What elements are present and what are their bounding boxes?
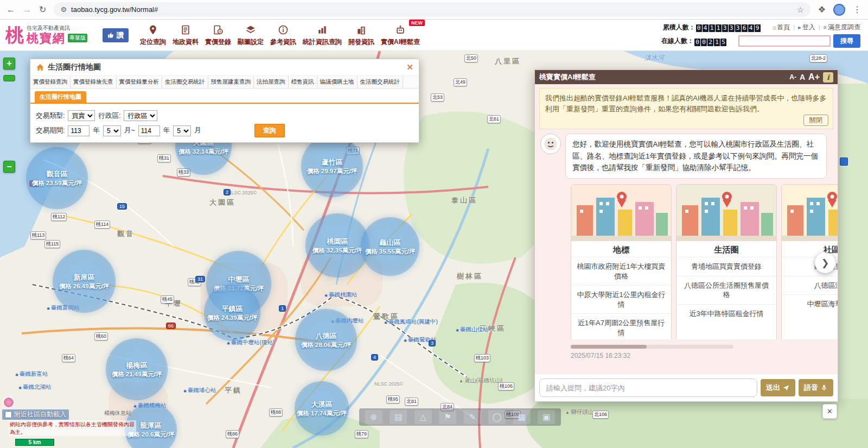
dialog-tab[interactable]: 實價登錄搶先查 <box>71 76 117 88</box>
price-circle[interactable]: 龜山區價格 35.55萬元/坪 <box>362 218 418 275</box>
circle-price-label: 價格 21.49萬元/坪 <box>112 370 162 378</box>
active-subtab-living-circle-map[interactable]: 生活圈行情地圖 <box>35 91 86 103</box>
layers-tool-icon[interactable]: ▤ <box>390 410 407 424</box>
price-circle[interactable]: 觀音區價格 23.59萬元/坪 <box>27 148 87 208</box>
autoload-checkbox[interactable] <box>5 411 12 418</box>
circle-price-label: 價格 26.49萬元/坪 <box>59 282 110 291</box>
browser-menu-icon[interactable]: ⋮ <box>853 5 861 14</box>
carousel-scrollbar[interactable] <box>571 345 733 349</box>
road-badge: 桃86 <box>226 430 239 438</box>
site-settings-icon[interactable]: ⚙ <box>60 5 67 14</box>
dialog-close-icon[interactable]: ✕ <box>406 62 413 72</box>
dialog-tab[interactable]: 生活圈交易統計 <box>162 76 208 88</box>
autoload-label: 附近社區自動載入 <box>14 410 66 419</box>
price-circle[interactable]: 楊梅區價格 21.49萬元/坪 <box>107 339 167 399</box>
extensions-icon[interactable]: ❖ <box>818 5 826 14</box>
dialog-tab[interactable]: 實價登錄量分析 <box>117 76 163 88</box>
dialog-tab[interactable]: 法拍屋查詢 <box>254 76 289 88</box>
month-from-select[interactable]: 5 <box>103 125 121 136</box>
price-circle[interactable]: 平鎮區價格 24.39萬元/坪 <box>205 286 259 340</box>
circle-select-tool-icon[interactable]: ◯ <box>488 410 506 424</box>
autoload-nearby-option[interactable]: 附近社區自動載入 <box>2 409 69 420</box>
buildings-tool-icon[interactable]: ▦ <box>513 410 531 424</box>
carousel-next-button[interactable]: ❯ <box>815 253 835 273</box>
circle-district-label: 楊梅區 <box>126 361 148 370</box>
dialog-tab[interactable]: 標售資訊 <box>289 76 317 88</box>
nav-item-land-data[interactable]: 地政資料 <box>170 23 201 47</box>
suggestion-item[interactable]: 中壢區海華國際 <box>782 294 838 313</box>
zoom-slider-handle[interactable] <box>3 75 15 81</box>
reload-icon[interactable]: ↻ <box>39 5 46 14</box>
site-logo[interactable]: 桃 住宅及不動產資訊 桃寶網 專業版 <box>5 23 87 48</box>
font-larger-button[interactable]: A+ <box>808 72 820 82</box>
nav-item-price-register[interactable]: $實價登錄 <box>202 23 234 47</box>
nav-item-statistics[interactable]: 統計資訊查詢 <box>300 23 344 47</box>
month-to-select[interactable]: 5 <box>173 125 191 136</box>
price-circle[interactable]: 新屋區價格 26.49萬元/坪 <box>54 251 114 312</box>
back-icon[interactable]: ← <box>7 5 15 14</box>
price-circle[interactable]: 桃園區價格 32.35萬元/坪 <box>307 214 368 276</box>
dialog-tab[interactable]: 預售屋建案查詢 <box>208 76 254 88</box>
nav-item-reference[interactable]: 參考資訊 <box>267 23 299 47</box>
year-to-input[interactable] <box>138 125 160 136</box>
feedback-widget-icon[interactable] <box>3 396 15 408</box>
map-label: NLSC 2025© <box>374 381 403 387</box>
dialog-tab[interactable]: 實價登錄查詢 <box>30 76 71 88</box>
facebook-like-button[interactable]: 讚 <box>103 28 129 42</box>
card-title: 生活圈 <box>676 241 776 257</box>
year-unit-label: 年 <box>163 126 170 135</box>
voice-button[interactable]: 語音 <box>799 379 833 396</box>
nav-item-ai[interactable]: 實價AI輕鬆查NEW <box>378 23 423 47</box>
transaction-type-select[interactable]: 買賣 <box>68 110 95 121</box>
dialog-tab[interactable]: 生活圈交易統計 <box>358 76 404 88</box>
draw-tool-icon[interactable]: ✎ <box>464 410 481 424</box>
link-login[interactable]: ▸登入 <box>798 23 815 32</box>
circle-price-label: 價格 32.14萬元/坪 <box>178 148 229 156</box>
suggestion-item[interactable]: 青埔地區買賣實價登錄 <box>676 257 776 276</box>
send-button[interactable]: 送出 <box>761 379 795 396</box>
living-circle-price-dialog: 生活圈行情地圖 ✕ 實價登錄查詢實價登錄搶先查實價登錄量分析生活圈交易統計預售屋… <box>30 59 419 143</box>
nav-item-location[interactable]: 定位查詢 <box>137 23 169 47</box>
suggestion-item[interactable]: 桃園市政府附近1年大樓買賣價格 <box>571 257 671 285</box>
road-badge: 桃31 <box>157 154 171 162</box>
nav-item-development[interactable]: 開發資訊 <box>346 23 377 47</box>
notice-close-button[interactable]: 關閉 <box>803 115 828 126</box>
forward-icon[interactable]: → <box>23 5 31 14</box>
map-label: 楊梅休息站 <box>104 409 131 417</box>
zoom-out-button[interactable]: − <box>3 161 15 173</box>
font-smaller-button[interactable]: A- <box>789 73 796 81</box>
info-icon[interactable]: i <box>823 72 833 83</box>
suggestion-item[interactable]: 近3年中路特區租金行情 <box>676 304 776 323</box>
search-button[interactable]: 搜尋 <box>833 34 860 48</box>
district-select[interactable]: 行政區 <box>124 110 157 121</box>
search-input[interactable] <box>738 35 831 47</box>
suggestion-item[interactable]: 近1年A7周圍2公里預售屋行情 <box>571 313 671 339</box>
flag-tool-icon[interactable]: ⚑ <box>439 410 456 424</box>
nav-item-label: 參考資訊 <box>270 37 296 47</box>
logo-mark: 桃 <box>5 23 24 48</box>
link-survey[interactable]: ≡滿意度調查 <box>824 23 860 32</box>
suggestion-item[interactable]: 中原大學附近1公里內租金行情 <box>571 285 671 313</box>
print-tool-icon[interactable]: ▣ <box>538 410 555 424</box>
link-home[interactable]: ⌂首頁 <box>773 23 790 32</box>
map-label: 八里區 <box>495 56 521 66</box>
terrain-tool-icon[interactable]: △ <box>414 410 432 424</box>
year-from-input[interactable] <box>68 125 90 136</box>
query-button[interactable]: 查詢 <box>254 124 285 137</box>
nav-item-map-settings[interactable]: 顯圖設定 <box>235 23 266 47</box>
dialog-tab[interactable]: 協議價購土地 <box>317 76 358 88</box>
zoom-in-button[interactable]: + <box>3 58 15 70</box>
price-circle[interactable]: 八德區價格 28.06萬元/坪 <box>296 310 356 370</box>
price-circle[interactable]: 蘆竹區價格 29.97萬元/坪 <box>302 136 362 196</box>
panel-close-button[interactable]: ✕ <box>822 404 837 419</box>
bookmark-star-icon[interactable]: ☆ <box>797 5 804 14</box>
font-normal-button[interactable]: A <box>800 73 805 81</box>
suggestion-item[interactable]: 八德區公所生活圈預售屋價格 <box>676 276 776 304</box>
zoom-tool-icon[interactable]: ⊕ <box>365 410 382 424</box>
chat-input[interactable] <box>539 378 757 397</box>
suggestion-item[interactable]: 八德區深耕 <box>782 276 838 295</box>
price-circle[interactable]: 大溪區價格 17.74萬元/坪 <box>296 382 348 434</box>
profile-avatar[interactable] <box>833 4 845 16</box>
url-bar[interactable]: ⚙ taobao.tycg.gov.tw/Normal# ☆ <box>54 2 810 17</box>
panel-edge-button[interactable] <box>840 157 848 166</box>
